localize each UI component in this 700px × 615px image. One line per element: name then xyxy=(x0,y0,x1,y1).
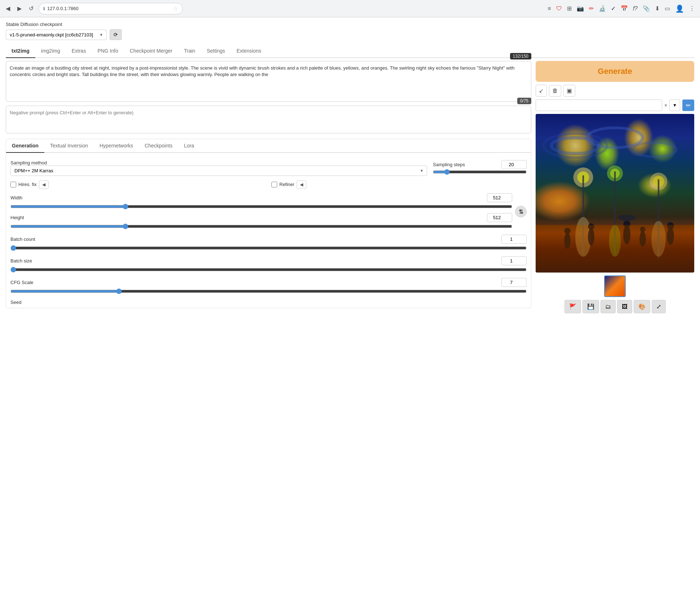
sampling-steps-slider[interactable] xyxy=(433,169,527,175)
styles-row: × ▼ ✏ xyxy=(536,99,694,111)
camera-icon[interactable]: 📷 xyxy=(575,4,585,13)
tab-img2img[interactable]: img2img xyxy=(35,44,66,58)
sub-tab-checkpoints[interactable]: Checkpoints xyxy=(139,139,178,153)
refiner-toggle[interactable]: ◀ xyxy=(297,180,306,189)
formula-icon[interactable]: f? xyxy=(632,4,639,13)
sampling-method-select[interactable]: DPM++ 2M Karras xyxy=(10,165,427,176)
sub-tabs-wrapper: Generation Textual Inversion Hypernetwor… xyxy=(6,139,531,308)
thumbnail-row xyxy=(536,275,694,297)
checkpoint-refresh-button[interactable]: ⟳ xyxy=(110,29,122,40)
hires-fix-toggle[interactable]: ◀ xyxy=(39,180,49,189)
sampling-method-label: Sampling method xyxy=(10,160,427,165)
height-label: Height xyxy=(10,215,24,220)
trash-button[interactable]: 🗑 xyxy=(549,85,561,97)
sub-tab-hypernetworks[interactable]: Hypernetworks xyxy=(94,139,139,153)
clip-icon[interactable]: 📎 xyxy=(641,4,651,13)
sub-tab-generation[interactable]: Generation xyxy=(6,139,44,153)
eyedropper-icon[interactable]: 🔬 xyxy=(597,4,607,13)
hires-fix-label: Hires. fix xyxy=(18,182,37,187)
calendar-icon[interactable]: 📅 xyxy=(619,4,629,13)
open-folder-button[interactable]: 🗂 xyxy=(601,300,616,313)
styles-edit-button[interactable]: ✏ xyxy=(682,99,694,111)
batch-count-section: Batch count 1 xyxy=(10,235,527,252)
profile-icon[interactable]: 👤 xyxy=(674,3,686,14)
batch-size-slider[interactable] xyxy=(10,267,527,273)
image-output: ⬇ × xyxy=(536,114,694,313)
sampling-steps-label: Sampling steps xyxy=(433,162,465,167)
cfg-scale-slider[interactable] xyxy=(10,288,527,294)
main-tabs: txt2img img2img Extras PNG Info Checkpoi… xyxy=(6,44,694,58)
batch-size-input[interactable]: 1 xyxy=(501,256,527,265)
styles-input[interactable] xyxy=(536,99,662,111)
right-panel-actions: ↙ 🗑 ▣ xyxy=(536,85,694,97)
url-text[interactable]: 127.0.0.1:7860 xyxy=(47,6,171,11)
image-actions: 🚩 💾 🗂 🖼 🎨 ⤢ xyxy=(536,300,694,313)
refiner-label: Refiner xyxy=(279,182,294,187)
pencil-icon[interactable]: ✏ xyxy=(588,4,595,13)
swap-dimensions-button[interactable]: ⇅ xyxy=(515,206,527,217)
generated-image[interactable] xyxy=(536,114,694,273)
left-panel: 132/150 Create an image of a bustling ci… xyxy=(6,61,531,313)
resize-button[interactable]: ⤢ xyxy=(652,300,666,313)
width-height-section: Width 512 Height 512 xyxy=(10,193,527,230)
checkpoint-row: v1-5-pruned-emaonly.ckpt [cc6cb27103] ⟳ xyxy=(6,29,694,40)
refresh-button[interactable]: ↺ xyxy=(27,4,36,13)
checkpoint-select[interactable]: v1-5-pruned-emaonly.ckpt [cc6cb27103] xyxy=(6,30,107,40)
tab-checkpoint-merger[interactable]: Checkpoint Merger xyxy=(124,44,178,58)
send-to-frame-button[interactable]: 🖼 xyxy=(617,300,632,313)
bookmark-icon[interactable]: ☆ xyxy=(173,5,178,12)
forward-button[interactable]: ▶ xyxy=(15,4,24,13)
tab-extensions[interactable]: Extensions xyxy=(231,44,267,58)
palette-button[interactable]: 🎨 xyxy=(634,300,650,313)
hires-fix-item: Hires. fix ◀ xyxy=(10,180,266,189)
thumbnail-image[interactable] xyxy=(604,275,626,297)
circle-check-icon[interactable]: ✓ xyxy=(610,4,617,13)
tab-png-info[interactable]: PNG Info xyxy=(92,44,124,58)
generate-button[interactable]: Generate xyxy=(536,61,694,82)
height-slider[interactable] xyxy=(10,224,512,229)
generation-panel: Sampling method DPM++ 2M Karras Sampling… xyxy=(6,157,531,308)
sub-tab-lora[interactable]: Lora xyxy=(178,139,200,153)
sampling-steps-col: Sampling steps 20 xyxy=(433,160,527,176)
batch-count-input[interactable]: 1 xyxy=(501,235,527,244)
negative-prompt-input[interactable] xyxy=(6,106,531,133)
cfg-scale-section: CFG Scale 7 xyxy=(10,278,527,295)
width-height-row: Width 512 Height 512 xyxy=(10,193,527,230)
sub-tab-textual-inversion[interactable]: Textual Inversion xyxy=(44,139,94,153)
sub-tabs: Generation Textual Inversion Hypernetwor… xyxy=(6,139,531,153)
seed-label: Seed xyxy=(10,300,21,305)
download-icon[interactable]: ⬇ xyxy=(654,4,661,13)
sampling-method-wrapper: DPM++ 2M Karras xyxy=(10,165,427,176)
right-panel: Generate ↙ 🗑 ▣ × ▼ ✏ ⬇ × xyxy=(536,61,694,313)
width-input[interactable]: 512 xyxy=(487,193,512,202)
more-menu-icon[interactable]: ⋮ xyxy=(688,4,696,13)
tab-train[interactable]: Train xyxy=(178,44,201,58)
cfg-scale-label: CFG Scale xyxy=(10,280,34,285)
menu-icon[interactable]: ≡ xyxy=(546,4,552,13)
styles-clear-button[interactable]: × xyxy=(664,99,667,111)
batch-count-slider[interactable] xyxy=(10,245,527,251)
frame-button[interactable]: ▣ xyxy=(563,85,575,97)
prompt-input[interactable]: Create an image of a bustling city stree… xyxy=(6,61,531,102)
sidebar-icon[interactable]: ▭ xyxy=(663,4,672,13)
styles-dropdown-button[interactable]: ▼ xyxy=(669,99,680,111)
height-input[interactable]: 512 xyxy=(487,213,512,222)
prompt-counter: 132/150 xyxy=(510,53,531,59)
send-to-corner-button[interactable]: ↙ xyxy=(536,85,547,97)
cfg-scale-input[interactable]: 7 xyxy=(501,278,527,287)
generation-panel-wrapper: Generation Textual Inversion Hypernetwor… xyxy=(6,139,531,308)
refiner-checkbox[interactable] xyxy=(271,182,277,187)
send-to-img2img-button[interactable]: 🚩 xyxy=(564,300,581,313)
save-button[interactable]: 💾 xyxy=(582,300,599,313)
content-area: 132/150 Create an image of a bustling ci… xyxy=(6,58,694,313)
back-button[interactable]: ◀ xyxy=(4,4,12,13)
extension-icon[interactable]: ⊞ xyxy=(566,4,573,13)
pocket-icon[interactable]: 🛡 xyxy=(555,4,563,13)
sampling-steps-input[interactable]: 20 xyxy=(501,160,527,169)
tab-extras[interactable]: Extras xyxy=(66,44,92,58)
width-slider[interactable] xyxy=(10,204,512,209)
negative-prompt-container: 0/75 xyxy=(6,106,531,134)
tab-settings[interactable]: Settings xyxy=(201,44,231,58)
tab-txt2img[interactable]: txt2img xyxy=(6,44,35,58)
hires-fix-checkbox[interactable] xyxy=(10,182,16,187)
